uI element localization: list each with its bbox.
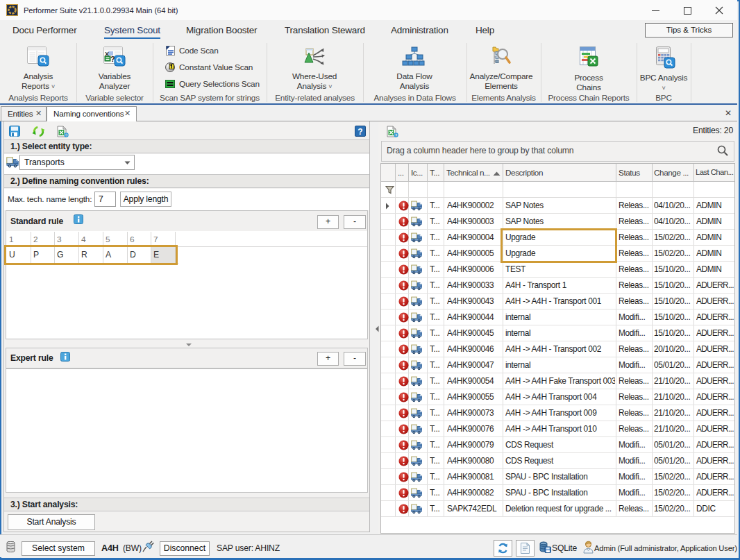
svg-text:?: ? [358,127,362,137]
